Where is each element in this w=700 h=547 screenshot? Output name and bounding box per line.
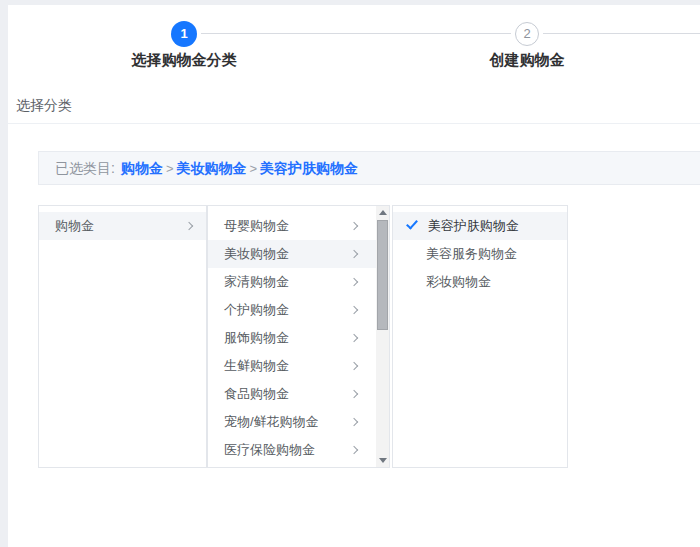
category-item-label: 美容护肤购物金: [428, 218, 519, 233]
stepper-connector-1: [201, 33, 511, 34]
category-item-label: 美容服务购物金: [426, 246, 517, 261]
category-item-label: 生鲜购物金: [224, 358, 289, 373]
category-item-label: 服饰购物金: [224, 330, 289, 345]
breadcrumb-level-3[interactable]: 美容护肤购物金: [260, 160, 358, 176]
category-item-label: 医疗保险购物金: [224, 442, 315, 457]
chevron-right-icon: [350, 278, 358, 286]
category-item-gehu[interactable]: 个护购物金: [208, 296, 389, 324]
chevron-right-icon: [350, 306, 358, 314]
section-title: 选择分类: [16, 97, 72, 115]
category-item-shengxian[interactable]: 生鲜购物金: [208, 352, 389, 380]
breadcrumb-separator: >: [249, 161, 257, 176]
category-item-label: 食品购物金: [224, 386, 289, 401]
cascader-column-1: 购物金: [38, 205, 207, 468]
category-item-meirongfuwu[interactable]: 美容服务购物金: [393, 240, 567, 268]
check-icon: [406, 217, 418, 229]
chevron-right-icon: [185, 222, 193, 230]
main-card: 1 2 选择购物金分类 创建购物金 选择分类 已选类目:购物金>美妆购物金>美容…: [8, 5, 700, 547]
category-item-chongwu-xianhua[interactable]: 宠物/鲜花购物金: [208, 408, 389, 436]
chevron-right-icon: [350, 446, 358, 454]
category-item-label: 母婴购物金: [224, 218, 289, 233]
category-item-yiliao-baoxian[interactable]: 医疗保险购物金: [208, 436, 389, 464]
step-2-label: 创建购物金: [417, 51, 637, 70]
step-1-label: 选择购物金分类: [74, 51, 294, 70]
step-1-indicator: 1: [171, 21, 197, 47]
chevron-right-icon: [350, 390, 358, 398]
category-item-label: 宠物/鲜花购物金: [224, 414, 319, 429]
breadcrumb-separator: >: [166, 161, 174, 176]
breadcrumb-label: 已选类目:: [55, 160, 115, 176]
category-item-label: 彩妆购物金: [426, 274, 491, 289]
category-item-label: 美妆购物金: [224, 246, 289, 261]
chevron-right-icon: [350, 250, 358, 258]
scrollbar[interactable]: [376, 206, 389, 467]
scroll-up-arrow-icon[interactable]: [376, 206, 389, 219]
category-item-shipin[interactable]: 食品购物金: [208, 380, 389, 408]
category-item-label: 购物金: [55, 218, 94, 233]
category-item-label: 家清购物金: [224, 274, 289, 289]
step-2-indicator: 2: [515, 22, 539, 46]
category-item-meironghufu[interactable]: 美容护肤购物金: [393, 212, 567, 240]
selected-category-bar: 已选类目:购物金>美妆购物金>美容护肤购物金: [38, 151, 700, 185]
category-item-jiaqing[interactable]: 家清购物金: [208, 268, 389, 296]
category-item-fushi[interactable]: 服饰购物金: [208, 324, 389, 352]
scrollbar-thumb[interactable]: [377, 220, 388, 330]
category-item-label: 个护购物金: [224, 302, 289, 317]
breadcrumb-level-1[interactable]: 购物金: [121, 160, 163, 176]
category-item-muying[interactable]: 母婴购物金: [208, 212, 389, 240]
chevron-right-icon: [350, 362, 358, 370]
category-item-gouwujin[interactable]: 购物金: [39, 212, 206, 240]
stepper-connector-2: [543, 33, 700, 34]
category-item-caizhuang[interactable]: 彩妆购物金: [393, 268, 567, 296]
cascader-column-3: 美容护肤购物金 美容服务购物金 彩妆购物金: [392, 205, 568, 468]
cascader-column-2: 母婴购物金 美妆购物金 家清购物金 个护购物金 服饰购物金 生鲜购物金 食品购物…: [207, 205, 390, 468]
chevron-right-icon: [350, 418, 358, 426]
section-divider: [8, 123, 700, 124]
chevron-right-icon: [350, 222, 358, 230]
category-item-meizhuang[interactable]: 美妆购物金: [208, 240, 389, 268]
breadcrumb-level-2[interactable]: 美妆购物金: [176, 160, 246, 176]
scroll-down-arrow-icon[interactable]: [376, 454, 389, 467]
chevron-right-icon: [350, 334, 358, 342]
